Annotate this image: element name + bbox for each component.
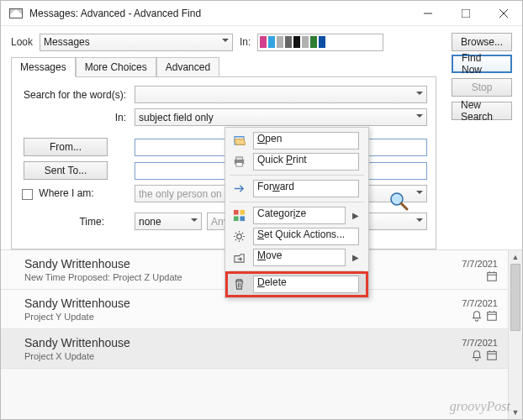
menu-open[interactable]: Open [228,130,366,151]
menu-separator [230,202,364,202]
result-subject: Project Y Update [24,312,496,322]
svg-rect-8 [233,216,238,221]
menu-quick-print[interactable]: Quick Print [228,151,366,172]
calendar-icon [486,310,498,322]
svg-rect-0 [462,9,470,18]
app-icon [9,8,23,18]
menu-set-quick-actions[interactable]: Set Quick Actions... [228,226,366,247]
stop-button: Stop [452,78,512,97]
advanced-find-window: Messages: Advanced - Advanced Find Look … [0,0,523,420]
in-folder-field[interactable] [257,34,383,51]
svg-rect-11 [488,273,497,281]
chevron-down-icon [416,188,423,200]
trash-icon [231,277,246,292]
forward-icon [231,181,246,197]
scroll-up-icon[interactable]: ▲ [509,250,522,264]
look-select-value: Messages [44,36,90,48]
maximize-button[interactable] [446,1,484,26]
svg-rect-9 [240,216,245,221]
scroll-thumb[interactable] [510,264,520,331]
bell-icon [471,349,483,361]
chevron-down-icon [416,112,423,123]
search-words-label: Search for the word(s): [20,89,129,101]
move-icon [231,250,246,265]
where-checkbox[interactable] [22,189,33,200]
submenu-arrow-icon: ▶ [352,211,359,220]
menu-quick-print-label: Quick Print [253,153,359,171]
svg-rect-13 [488,352,497,360]
action-column: Find Now Stop New Search [452,55,512,120]
look-label: Look [11,36,33,48]
sent-to-button[interactable]: Sent To... [24,161,108,180]
chevron-down-icon [416,216,423,228]
menu-separator [230,270,364,271]
search-in-label: In: [20,112,129,123]
look-select[interactable]: Messages [40,34,233,51]
submenu-arrow-icon: ▶ [352,253,359,262]
result-subject: Project X Update [24,351,496,361]
chevron-down-icon [222,36,229,48]
menu-delete[interactable]: Delete [228,274,366,295]
close-button[interactable] [484,1,522,26]
gear-icon [231,229,246,244]
messages-tab-panel: Search for the word(s): In: subject fiel… [11,76,436,249]
calendar-icon [486,270,498,282]
result-date: 7/7/2021 [462,298,498,308]
printer-icon [231,155,246,170]
menu-delete-label: Delete [253,276,359,293]
result-icons [471,310,498,322]
result-sender: Sandy Writtenhouse [24,297,496,310]
menu-move-label: Move [253,249,346,266]
from-button[interactable]: From... [24,138,108,156]
bell-icon [471,310,483,322]
watermark: groovyPost [450,399,510,414]
chevron-down-icon [416,89,423,101]
tab-messages[interactable]: Messages [11,57,76,77]
scrollbar[interactable]: ▲ ▼ [508,250,522,419]
menu-forward[interactable]: Forward [228,178,366,199]
svg-rect-5 [235,162,242,166]
tab-advanced[interactable]: Advanced [156,57,219,77]
svg-rect-4 [235,157,242,160]
svg-rect-6 [233,210,238,215]
menu-categorize-label: Categorize [253,207,346,224]
in-folder-label: In: [240,36,251,48]
result-icons [471,349,498,361]
menu-move[interactable]: Move ▶ [228,247,366,268]
context-menu: Open Quick Print Forward Categorize ▶ Se… [225,127,369,298]
calendar-icon [486,349,498,361]
result-date: 7/7/2021 [462,338,498,348]
time-type-select[interactable]: none [135,213,202,230]
browse-button[interactable]: Browse... [452,33,512,51]
svg-rect-7 [240,210,245,215]
menu-separator [230,175,364,176]
open-icon [231,134,246,149]
minimize-button[interactable] [409,1,446,26]
tabstrip: Messages More Choices Advanced [1,56,438,76]
svg-rect-12 [488,312,497,321]
magnifier-icon [388,191,410,215]
result-icons [486,270,498,282]
list-item[interactable]: Sandy Writtenhouse Project X Update 7/7/… [1,329,508,369]
menu-categorize[interactable]: Categorize ▶ [228,205,366,226]
scroll-down-icon[interactable]: ▼ [509,406,522,419]
tab-more-choices[interactable]: More Choices [76,57,156,77]
menu-open-label: Open [253,132,359,150]
new-search-button[interactable]: New Search [452,102,512,120]
result-sender: Sandy Writtenhouse [24,336,496,349]
where-label: Where I am: [39,187,93,199]
menu-set-quick-actions-label: Set Quick Actions... [253,228,359,245]
svg-point-10 [236,234,241,239]
chevron-down-icon [191,216,198,228]
search-in-select[interactable]: subject field only [135,108,427,126]
menu-forward-label: Forward [253,180,359,197]
time-label: Time: [20,216,108,228]
window-title: Messages: Advanced - Advanced Find [29,8,409,19]
look-row: Look Messages In: Browse... [1,26,522,56]
search-words-input[interactable] [135,86,427,103]
categorize-icon [231,208,246,223]
titlebar: Messages: Advanced - Advanced Find [1,1,522,26]
folder-color-swatch [260,34,325,50]
find-now-button[interactable]: Find Now [452,55,512,73]
result-date: 7/7/2021 [462,259,498,269]
